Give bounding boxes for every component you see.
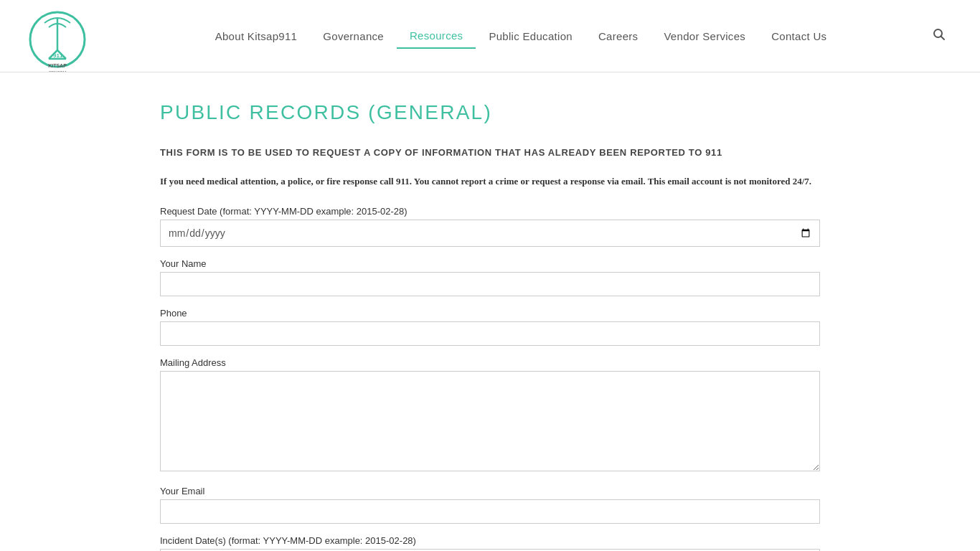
page-title: PUBLIC RECORDS (GENERAL) <box>160 101 820 124</box>
public-records-form: Request Date (format: YYYY-MM-DD example… <box>160 206 820 551</box>
site-header: 911 KITSAP CENCOM About Kitsap911 Govern… <box>0 0 980 72</box>
main-nav: About Kitsap911 Governance Resources Pub… <box>115 24 927 49</box>
form-subtitle: THIS FORM IS TO BE USED TO REQUEST A COP… <box>160 146 820 160</box>
your-name-input[interactable] <box>160 272 820 296</box>
nav-governance[interactable]: Governance <box>310 24 397 48</box>
svg-text:KITSAP: KITSAP <box>48 63 67 68</box>
nav-resources[interactable]: Resources <box>397 24 476 49</box>
main-content: PUBLIC RECORDS (GENERAL) THIS FORM IS TO… <box>146 72 834 551</box>
your-name-group: Your Name <box>160 258 820 296</box>
your-email-label: Your Email <box>160 486 820 496</box>
search-icon[interactable] <box>927 22 951 50</box>
request-date-group: Request Date (format: YYYY-MM-DD example… <box>160 206 820 247</box>
svg-text:CENCOM: CENCOM <box>49 70 67 72</box>
your-email-group: Your Email <box>160 486 820 524</box>
svg-text:911: 911 <box>53 52 63 59</box>
your-email-input[interactable] <box>160 499 820 524</box>
nav-public-education[interactable]: Public Education <box>476 24 585 48</box>
mailing-address-label: Mailing Address <box>160 357 820 368</box>
warning-text: If you need medical attention, a police,… <box>160 174 820 189</box>
mailing-address-input[interactable] <box>160 371 820 471</box>
svg-line-9 <box>941 36 945 39</box>
phone-input[interactable] <box>160 321 820 346</box>
phone-group: Phone <box>160 308 820 346</box>
nav-careers[interactable]: Careers <box>585 24 651 48</box>
request-date-input[interactable] <box>160 220 820 247</box>
incident-date-label: Incident Date(s) (format: YYYY-MM-DD exa… <box>160 535 820 546</box>
nav-about[interactable]: About Kitsap911 <box>202 24 311 48</box>
mailing-address-group: Mailing Address <box>160 357 820 474</box>
logo[interactable]: 911 KITSAP CENCOM <box>29 7 86 65</box>
incident-date-group: Incident Date(s) (format: YYYY-MM-DD exa… <box>160 535 820 551</box>
request-date-label: Request Date (format: YYYY-MM-DD example… <box>160 206 820 217</box>
nav-vendor-services[interactable]: Vendor Services <box>651 24 758 48</box>
nav-contact-us[interactable]: Contact Us <box>758 24 839 48</box>
phone-label: Phone <box>160 308 820 319</box>
your-name-label: Your Name <box>160 258 820 269</box>
